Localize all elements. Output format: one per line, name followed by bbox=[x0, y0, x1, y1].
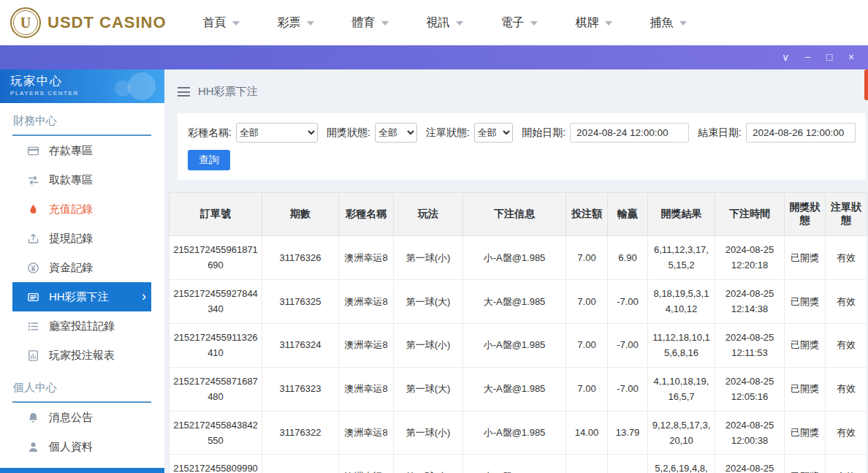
cell-order_status: 有效 bbox=[826, 279, 867, 323]
cell-order: 2152172455911326410 bbox=[170, 323, 262, 367]
nav-item-6[interactable]: 捕魚 bbox=[650, 15, 687, 31]
breadcrumb: HH彩票下注 bbox=[169, 69, 866, 113]
collapse-button[interactable]: ∨ bbox=[774, 45, 796, 69]
cell-bet: 大-A盤@1.985 bbox=[463, 279, 566, 323]
nav-item-5[interactable]: 棋牌 bbox=[576, 15, 612, 31]
cell-period: 31176323 bbox=[262, 367, 339, 411]
nav-item-label: 棋牌 bbox=[576, 15, 599, 31]
sidebar-item-label: 充值記錄 bbox=[49, 203, 93, 216]
cell-time: 2024-08-25 12:20:18 bbox=[715, 236, 785, 280]
sidebar-item-label: 取款專區 bbox=[49, 173, 93, 187]
nav-item-0[interactable]: 首頁 bbox=[203, 15, 240, 31]
cell-time: 2024-08-25 11:54:59 bbox=[715, 455, 785, 473]
table-row: 215217245584384255031176322澳洲幸运8第一球(小)小-… bbox=[170, 411, 867, 455]
cell-win: 6.90 bbox=[608, 236, 648, 280]
cell-result: 6,11,12,3,17,5,15,2 bbox=[648, 236, 715, 280]
bet-table: 訂單號期數彩種名稱玩法下注信息投注額輸贏開獎結果下注時間開獎狀態注單狀態 215… bbox=[169, 192, 867, 473]
main-menu: 首頁彩票體育視訊電子棋牌捕魚 bbox=[203, 15, 687, 31]
sidebar-item-hall-bet-records[interactable]: 廳室投註記錄 bbox=[12, 311, 151, 341]
window-titlebar: ∨−□× bbox=[0, 45, 868, 69]
nav-item-3[interactable]: 視訊 bbox=[427, 15, 463, 31]
nav-item-1[interactable]: 彩票 bbox=[278, 15, 314, 31]
sidebar-item-recharge-records[interactable]: 充值記錄 bbox=[12, 194, 151, 224]
sidebar-item-hh-lottery-bets[interactable]: HH彩票下注› bbox=[12, 282, 151, 311]
col-header-period: 期數 bbox=[262, 193, 339, 236]
order-status-select[interactable]: 全部 bbox=[474, 123, 513, 143]
cell-lottery: 澳洲幸运8 bbox=[339, 367, 394, 411]
cell-result: 8,18,19,5,3,14,10,12 bbox=[648, 279, 715, 323]
sidebar-item-withdraw-area[interactable]: 取款專區 bbox=[12, 165, 151, 194]
cell-result: 4,1,10,18,19,16,5,7 bbox=[648, 367, 715, 411]
draw-status-select[interactable]: 全部 bbox=[375, 123, 417, 143]
col-header-time: 下注時間 bbox=[715, 193, 785, 236]
casino-logo[interactable]: U USDT CASINO bbox=[10, 7, 167, 38]
nav-item-label: 電子 bbox=[501, 15, 525, 31]
cell-order: 2152172455809990190 bbox=[170, 455, 262, 473]
table-body: 215217245596187169031176326澳洲幸运8第一球(小)小-… bbox=[170, 236, 867, 473]
sidebar-section-title: 財務中心 bbox=[12, 103, 151, 136]
hall-list-icon bbox=[27, 320, 39, 333]
col-header-play: 玩法 bbox=[394, 193, 463, 236]
window-controls: ∨−□× bbox=[774, 45, 868, 69]
sidebar-item-player-bet-report[interactable]: 玩家投注報表 bbox=[12, 341, 151, 370]
funds-icon bbox=[27, 262, 39, 274]
filter-label: 開獎狀態: bbox=[327, 126, 370, 140]
cell-play: 第一球(小) bbox=[394, 236, 463, 280]
bet-records-section: 訂單號期數彩種名稱玩法下注信息投注額輸贏開獎結果下注時間開獎狀態注單狀態 215… bbox=[169, 192, 866, 473]
cell-lottery: 澳洲幸运8 bbox=[339, 411, 394, 455]
cell-period: 31176325 bbox=[262, 279, 339, 323]
filter-panel: 彩種名稱:全部開獎狀態:全部注單狀態:全部開始日期:結束日期: 查詢 bbox=[178, 113, 866, 180]
cell-amount: 7.00 bbox=[566, 367, 608, 411]
col-header-lottery: 彩種名稱 bbox=[339, 193, 394, 236]
end-date-input[interactable] bbox=[746, 123, 856, 143]
cell-time: 2024-08-25 12:14:38 bbox=[715, 279, 785, 323]
maximize-button[interactable]: □ bbox=[818, 45, 840, 69]
search-button[interactable]: 查詢 bbox=[188, 150, 230, 170]
nav-item-label: 視訊 bbox=[427, 15, 450, 31]
filter-label: 結束日期: bbox=[698, 126, 742, 140]
cell-draw_status: 已開獎 bbox=[785, 236, 826, 280]
sidebar-item-announcements[interactable]: 消息公告 bbox=[12, 403, 151, 432]
chevron-right-icon: › bbox=[142, 290, 146, 304]
nav-item-label: 捕魚 bbox=[650, 15, 674, 31]
cell-time: 2024-08-25 12:11:53 bbox=[715, 323, 785, 367]
nav-item-2[interactable]: 體育 bbox=[352, 15, 389, 31]
lottery-name-select[interactable]: 全部 bbox=[236, 123, 318, 143]
cell-order: 2152172455871687480 bbox=[170, 367, 262, 411]
floating-widget[interactable] bbox=[864, 69, 868, 100]
cell-draw_status: 已開獎 bbox=[785, 367, 826, 411]
sidebar-item-funds-records[interactable]: 資金記錄 bbox=[12, 253, 151, 282]
sidebar-footer bbox=[0, 468, 164, 473]
cell-order: 2152172455843842550 bbox=[170, 411, 262, 455]
sidebar-sections: 財務中心存款專區取款專區充值記錄提現記錄資金記錄HH彩票下注›廳室投註記錄玩家投… bbox=[0, 103, 164, 461]
cell-draw_status: 已開獎 bbox=[785, 455, 826, 473]
cell-bet: 小-A盤@1.985 bbox=[463, 236, 566, 280]
chevron-down-icon bbox=[605, 21, 612, 26]
col-header-draw_status: 開獎狀態 bbox=[785, 193, 826, 236]
close-button[interactable]: × bbox=[840, 45, 862, 69]
cell-order_status: 有效 bbox=[826, 323, 867, 367]
chevron-down-icon bbox=[381, 21, 389, 26]
sidebar-item-label: HH彩票下注 bbox=[49, 290, 109, 304]
nav-item-4[interactable]: 電子 bbox=[501, 15, 538, 31]
cell-order_status: 有效 bbox=[826, 367, 867, 411]
menu-toggle-icon[interactable] bbox=[178, 87, 190, 97]
col-header-order_status: 注單狀態 bbox=[826, 193, 867, 236]
logo-monogram: U bbox=[20, 15, 31, 31]
cell-win: 13.79 bbox=[608, 411, 648, 455]
start-date-input[interactable] bbox=[570, 123, 689, 143]
cell-draw_status: 已開獎 bbox=[785, 411, 826, 455]
table-row: 215217245587168748031176323澳洲幸运8第一球(大)大-… bbox=[170, 367, 867, 411]
sidebar-item-profile[interactable]: 個人資料 bbox=[12, 432, 151, 461]
cell-bet: 大-A盤@1.985 bbox=[463, 455, 566, 473]
sidebar-item-label: 個人資料 bbox=[49, 440, 93, 454]
cell-order_status: 有效 bbox=[826, 411, 867, 455]
col-header-result: 開獎結果 bbox=[648, 193, 715, 236]
table-row: 215217245592784434031176325澳洲幸运8第一球(大)大-… bbox=[170, 279, 867, 323]
sidebar-item-cashout-records[interactable]: 提現記錄 bbox=[12, 224, 151, 253]
nav-item-label: 首頁 bbox=[203, 15, 226, 31]
sidebar-item-deposit-area[interactable]: 存款專區 bbox=[12, 136, 151, 165]
cell-time: 2024-08-25 12:00:38 bbox=[715, 411, 785, 455]
minimize-button[interactable]: − bbox=[796, 45, 818, 69]
sidebar-item-label: 資金記錄 bbox=[49, 261, 93, 275]
